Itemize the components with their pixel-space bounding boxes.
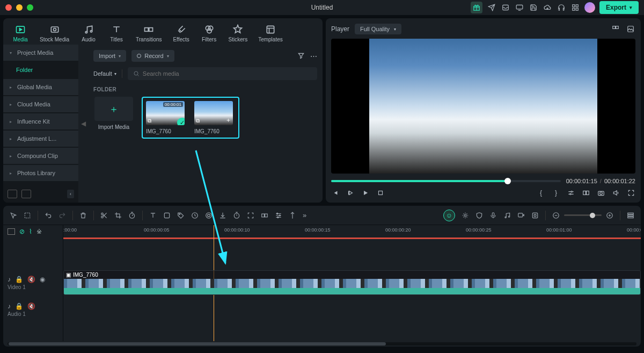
history-icon[interactable]	[191, 212, 199, 219]
adjust-icon[interactable]	[275, 212, 282, 219]
adjust-icon[interactable]	[567, 189, 575, 197]
tab-transitions[interactable]: Transitions	[133, 21, 165, 45]
picture-icon[interactable]	[626, 24, 635, 34]
track-head-audio[interactable]: ♪ 🔒 🔇 Audio 1	[3, 296, 63, 323]
delete-icon[interactable]	[79, 212, 87, 219]
tab-media[interactable]: Media	[9, 21, 32, 45]
quality-dropdown[interactable]: Full Quality▾	[355, 24, 401, 34]
tab-effects[interactable]: Effects	[170, 21, 193, 45]
select-icon[interactable]	[24, 212, 31, 219]
keyframe-icon[interactable]	[531, 212, 539, 219]
cut-icon[interactable]	[100, 212, 108, 219]
send-icon[interactable]	[487, 3, 496, 12]
timer-icon[interactable]	[233, 212, 240, 219]
export-button[interactable]: Export ▾	[599, 1, 639, 14]
sync-icon[interactable]: ※	[36, 228, 42, 235]
save-icon[interactable]	[529, 3, 538, 12]
sidebar-item-adjustment[interactable]: ▸Adjustment L...	[3, 131, 78, 147]
video-clip[interactable]: ▣IMG_7760	[63, 270, 641, 295]
layout-icon[interactable]	[627, 212, 634, 219]
grid-view-icon[interactable]	[611, 24, 620, 34]
scrub-knob[interactable]	[504, 178, 511, 184]
user-avatar[interactable]	[584, 2, 595, 13]
brace-left-icon[interactable]: {	[537, 189, 545, 197]
crop-icon[interactable]	[114, 212, 122, 219]
tab-audio[interactable]: Audio	[77, 21, 100, 45]
collapse-sidebar-icon[interactable]: ‹	[67, 190, 74, 198]
mute-icon[interactable]: 🔇	[27, 302, 35, 310]
volume-icon[interactable]	[612, 189, 620, 197]
tab-stickers[interactable]: Stickers	[225, 21, 251, 45]
marker-icon[interactable]	[289, 212, 296, 219]
compare-icon[interactable]	[582, 189, 590, 197]
sidebar-item-global-media[interactable]: ▸Global Media	[3, 79, 78, 95]
shield-icon[interactable]	[475, 212, 483, 219]
more-icon[interactable]: ⋯	[310, 52, 317, 60]
play-reverse-icon[interactable]	[346, 189, 355, 197]
timeline-view-icon[interactable]	[8, 228, 15, 235]
tab-templates[interactable]: Templates	[255, 21, 286, 45]
color-icon[interactable]	[205, 212, 213, 219]
close-window[interactable]	[5, 4, 12, 11]
speed-icon[interactable]	[128, 212, 136, 219]
cloud-icon[interactable]	[543, 3, 552, 12]
lock-icon[interactable]: 🔒	[15, 302, 23, 310]
pointer-icon[interactable]	[10, 212, 17, 219]
brace-right-icon[interactable]: }	[552, 189, 560, 197]
media-clip[interactable]: ⧉ ＋ IMG_7760	[194, 101, 235, 134]
play-icon[interactable]	[361, 189, 370, 197]
video-viewer[interactable]	[331, 39, 635, 174]
new-bin-icon[interactable]	[21, 190, 31, 198]
inbox-icon[interactable]	[501, 3, 510, 12]
headphones-icon[interactable]	[557, 3, 566, 12]
import-button[interactable]: Import▾	[93, 50, 126, 62]
music-icon[interactable]	[503, 212, 511, 219]
record-button[interactable]: Record▾	[131, 50, 174, 62]
filter-icon[interactable]	[297, 52, 305, 60]
sidebar-item-folder[interactable]: Folder	[3, 62, 78, 78]
zoom-slider[interactable]	[564, 214, 602, 216]
fullscreen-icon[interactable]	[627, 189, 635, 197]
import-media-tile[interactable]: ＋ Import Media	[93, 97, 134, 139]
maximize-window[interactable]	[27, 4, 33, 11]
sparkle-icon[interactable]	[462, 212, 469, 219]
tab-titles[interactable]: Titles	[105, 21, 128, 45]
search-box[interactable]	[128, 67, 317, 80]
tab-stock-media[interactable]: Stock Media	[36, 21, 72, 45]
screen-record-icon[interactable]	[517, 212, 525, 219]
mic-icon[interactable]	[489, 212, 497, 219]
zoom-in-icon[interactable]	[606, 212, 613, 219]
sidebar-item-cloud-media[interactable]: ▸Cloud Media	[3, 96, 78, 112]
snapshot-icon[interactable]	[597, 189, 605, 197]
magnet-icon[interactable]: ⌇	[29, 228, 32, 235]
focus-icon[interactable]	[247, 212, 254, 219]
text-icon[interactable]	[149, 212, 157, 219]
timeline-scrollbar[interactable]	[3, 341, 641, 347]
new-folder-icon[interactable]	[8, 190, 17, 198]
download-icon[interactable]	[219, 212, 226, 219]
tab-filters[interactable]: Filters	[197, 21, 221, 45]
sort-dropdown[interactable]: Default▾	[93, 70, 116, 77]
search-input[interactable]	[143, 70, 312, 77]
sidebar-item-influence-kit[interactable]: ▸Influence Kit	[3, 113, 78, 129]
mute-icon[interactable]: 🔇	[27, 276, 35, 283]
undo-icon[interactable]	[45, 212, 52, 219]
more-tools-icon[interactable]: »	[303, 211, 306, 219]
media-clip[interactable]: 00:00:01 ⧉ ✓ IMG_7760	[146, 101, 187, 134]
sidebar-toggle[interactable]: ◀	[78, 45, 88, 203]
tag-icon[interactable]	[177, 212, 185, 219]
prev-frame-icon[interactable]	[331, 189, 340, 197]
link-icon[interactable]: ⊘	[19, 228, 25, 235]
sidebar-item-photos-library[interactable]: ▸Photos Library	[3, 165, 78, 181]
lock-icon[interactable]: 🔒	[15, 276, 23, 283]
timeline-tracks[interactable]: :00:0000:00:00:0500:00:00:1000:00:00:150…	[63, 225, 641, 341]
eye-icon[interactable]: ◉	[40, 276, 45, 283]
zoom-out-icon[interactable]	[552, 212, 560, 219]
sidebar-item-compound-clip[interactable]: ▸Compound Clip	[3, 148, 78, 164]
ai-icon[interactable]: ☺	[443, 210, 455, 221]
gift-icon[interactable]	[471, 2, 482, 13]
time-ruler[interactable]: :00:0000:00:00:0500:00:00:1000:00:00:150…	[63, 225, 641, 238]
scrub-bar[interactable]	[331, 180, 561, 182]
minimize-window[interactable]	[16, 4, 23, 11]
mask-icon[interactable]	[163, 212, 171, 219]
